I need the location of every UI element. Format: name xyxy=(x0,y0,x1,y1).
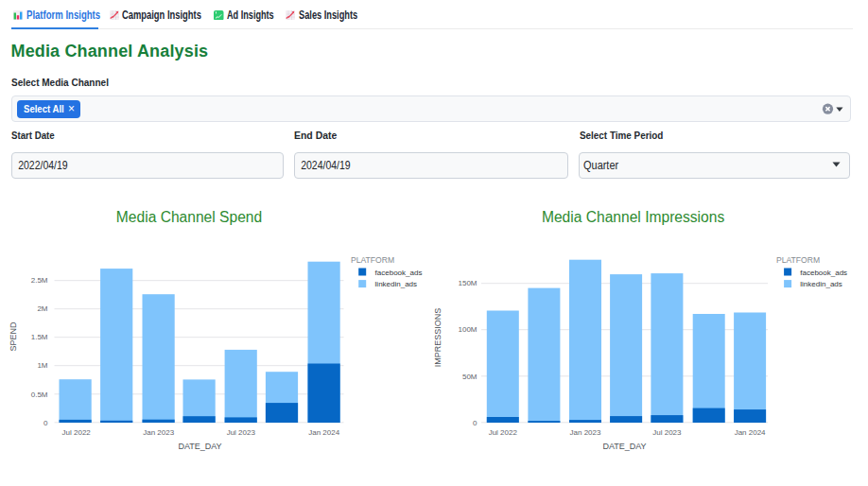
svg-text:PLATFORM: PLATFORM xyxy=(351,255,394,265)
svg-text:0: 0 xyxy=(473,419,477,427)
svg-text:50M: 50M xyxy=(462,373,477,381)
svg-text:2M: 2M xyxy=(37,304,47,313)
svg-text:DATE_DAY: DATE_DAY xyxy=(178,442,221,451)
svg-text:100M: 100M xyxy=(458,325,477,334)
svg-text:Jan 2024: Jan 2024 xyxy=(308,428,339,437)
svg-text:Media Channel Impressions: Media Channel Impressions xyxy=(542,209,724,225)
svg-text:SPEND: SPEND xyxy=(9,321,18,352)
svg-text:PLATFORM: PLATFORM xyxy=(776,255,820,265)
svg-text:facebook_ads: facebook_ads xyxy=(375,269,423,277)
svg-text:linkedin_ads: linkedin_ads xyxy=(375,280,417,288)
svg-text:Jul 2022: Jul 2022 xyxy=(62,428,92,437)
svg-text:150M: 150M xyxy=(458,279,477,287)
svg-text:Jul 2022: Jul 2022 xyxy=(489,428,518,437)
svg-text:0.5M: 0.5M xyxy=(31,391,48,399)
svg-text:1.5M: 1.5M xyxy=(31,333,48,341)
svg-text:Jan 2023: Jan 2023 xyxy=(143,428,174,437)
svg-text:linkedin_ads: linkedin_ads xyxy=(800,280,842,288)
svg-text:0: 0 xyxy=(43,419,48,427)
svg-text:IMPRESSIONS: IMPRESSIONS xyxy=(434,308,443,368)
svg-text:facebook_ads: facebook_ads xyxy=(800,269,847,277)
svg-text:1M: 1M xyxy=(37,361,47,370)
svg-text:Jul 2023: Jul 2023 xyxy=(227,428,256,437)
svg-text:DATE_DAY: DATE_DAY xyxy=(602,442,646,451)
svg-text:Jan 2023: Jan 2023 xyxy=(570,428,601,437)
svg-text:Media Channel Spend: Media Channel Spend xyxy=(116,209,262,225)
svg-text:Jan 2024: Jan 2024 xyxy=(735,428,766,437)
svg-text:Jul 2023: Jul 2023 xyxy=(652,428,682,437)
svg-text:2.5M: 2.5M xyxy=(31,276,48,285)
